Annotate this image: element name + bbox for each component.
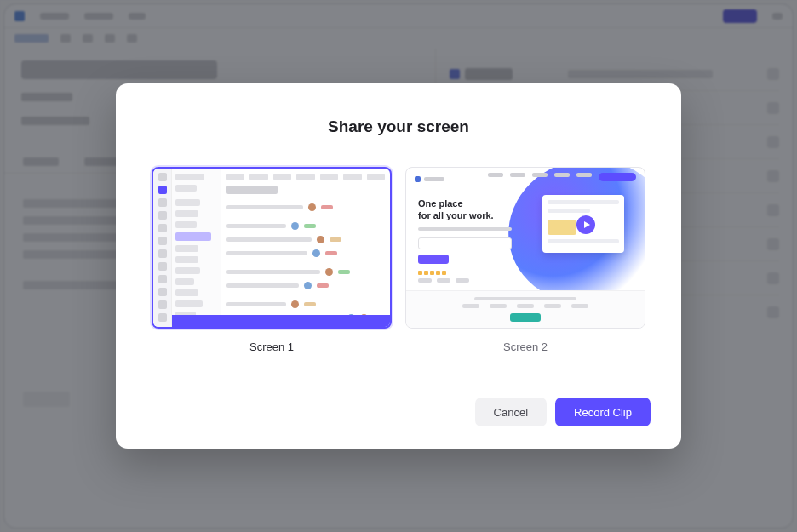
modal-actions: Cancel Record Clip xyxy=(146,398,651,426)
modal-overlay: Share your screen xyxy=(0,0,797,532)
screen-option-1[interactable]: Screen 1 xyxy=(152,167,392,353)
modal-title: Share your screen xyxy=(146,117,651,136)
screen-1-label: Screen 1 xyxy=(249,340,294,353)
screen-2-label: Screen 2 xyxy=(503,340,548,353)
cancel-button[interactable]: Cancel xyxy=(475,398,547,426)
screen-choices: Screen 1 xyxy=(146,167,651,353)
share-screen-modal: Share your screen xyxy=(116,83,681,449)
record-clip-button[interactable]: Record Clip xyxy=(555,398,651,426)
play-icon xyxy=(576,215,595,234)
screen-1-thumbnail xyxy=(152,167,392,329)
screen-2-thumbnail: One placefor all your work. xyxy=(405,167,645,329)
screen-option-2[interactable]: One placefor all your work. Screen 2 xyxy=(405,167,645,353)
